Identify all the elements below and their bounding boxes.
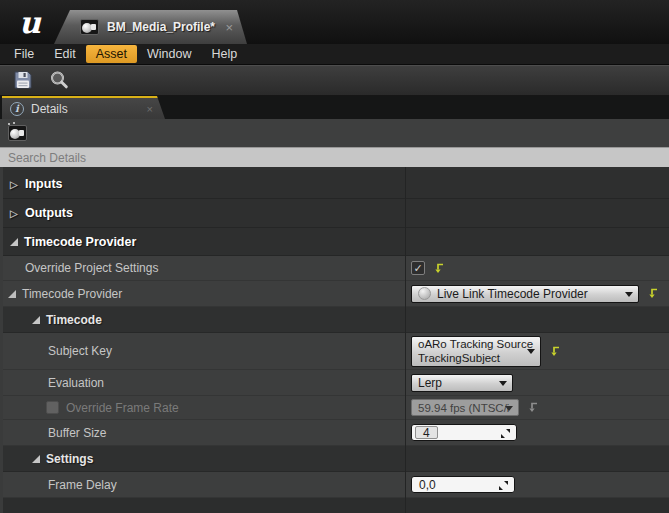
menu-file[interactable]: File bbox=[14, 44, 44, 64]
details-property-list: ▷ Inputs ▷ Outputs Timecode Provider Ove… bbox=[0, 167, 669, 513]
category-inputs-label: Inputs bbox=[25, 177, 63, 191]
subcategory-settings[interactable]: Settings bbox=[3, 446, 669, 472]
chevron-down-icon bbox=[505, 406, 513, 411]
menu-asset[interactable]: Asset bbox=[86, 45, 137, 63]
details-tab-close-icon[interactable]: × bbox=[147, 103, 153, 115]
row-frame-delay: Frame Delay 0,0 bbox=[3, 472, 669, 498]
media-profile-thumbnail-icon bbox=[8, 125, 27, 141]
reset-arrow-icon bbox=[549, 345, 561, 358]
row-evaluation: Evaluation Lerp bbox=[3, 370, 669, 396]
category-inputs[interactable]: ▷ Inputs bbox=[3, 170, 669, 199]
column-splitter[interactable] bbox=[405, 167, 406, 513]
asset-tab-title: BM_Media_Profile* bbox=[107, 20, 215, 34]
subject-key-dropdown[interactable]: oARo Tracking Source TrackingSubject bbox=[411, 336, 541, 367]
class-icon bbox=[418, 287, 431, 300]
chevron-expanded-icon[interactable] bbox=[32, 316, 40, 324]
magnifier-icon bbox=[48, 69, 70, 91]
frame-delay-label: Frame Delay bbox=[3, 478, 405, 492]
chevron-right-icon[interactable]: ▷ bbox=[10, 208, 19, 219]
search-bar bbox=[0, 147, 669, 167]
menu-help[interactable]: Help bbox=[201, 44, 247, 64]
buffer-size-value[interactable]: 4 bbox=[415, 426, 438, 439]
chevron-right-icon[interactable]: ▷ bbox=[10, 179, 19, 190]
timecode-provider-value: Live Link Timecode Provider bbox=[437, 287, 588, 301]
chevron-down-icon bbox=[527, 349, 535, 354]
menubar: File Edit Asset Window Help bbox=[0, 44, 669, 65]
search-details-input[interactable] bbox=[0, 147, 669, 167]
asset-tab-close-icon[interactable]: × bbox=[225, 21, 233, 34]
row-subject-key: Subject Key oARo Tracking Source Trackin… bbox=[3, 333, 669, 370]
reset-to-default-button[interactable] bbox=[647, 287, 659, 300]
chevron-expanded-icon[interactable] bbox=[8, 290, 16, 298]
toolbar bbox=[0, 65, 669, 96]
chevron-expanded-icon[interactable] bbox=[10, 238, 18, 246]
reset-to-default-button[interactable] bbox=[433, 262, 445, 275]
override-frame-rate-checkbox[interactable] bbox=[46, 401, 59, 414]
subcategory-settings-label: Settings bbox=[46, 452, 93, 466]
override-frame-rate-label: Override Frame Rate bbox=[66, 401, 179, 415]
row-timecode-provider: Timecode Provider Live Link Timecode Pro… bbox=[3, 281, 669, 307]
chevron-expanded-icon[interactable] bbox=[32, 455, 40, 463]
save-button[interactable] bbox=[10, 67, 36, 93]
frame-delay-spinbox[interactable]: 0,0 bbox=[411, 476, 515, 493]
subcategory-timecode[interactable]: Timecode bbox=[3, 307, 669, 333]
override-project-settings-checkbox[interactable]: ✓ bbox=[411, 261, 425, 275]
subject-key-subject: TrackingSubject bbox=[418, 351, 500, 365]
row-override-project-settings: Override Project Settings ✓ bbox=[3, 256, 669, 281]
subject-key-source: oARo Tracking Source bbox=[418, 337, 533, 351]
selected-asset-strip bbox=[0, 119, 669, 147]
panel-tab-row: i Details × bbox=[0, 96, 669, 119]
timecode-provider-dropdown[interactable]: Live Link Timecode Provider bbox=[411, 285, 639, 303]
subject-key-label: Subject Key bbox=[3, 344, 405, 358]
buffer-size-spinbox[interactable]: 4 bbox=[411, 424, 517, 441]
buffer-size-label: Buffer Size bbox=[3, 426, 405, 440]
drag-resize-icon[interactable] bbox=[498, 480, 509, 491]
unreal-engine-logo: u bbox=[8, 2, 52, 42]
timecode-provider-label-cell: Timecode Provider bbox=[3, 287, 405, 301]
evaluation-dropdown[interactable]: Lerp bbox=[411, 374, 513, 392]
frame-delay-value[interactable]: 0,0 bbox=[419, 478, 436, 492]
timecode-provider-label: Timecode Provider bbox=[22, 287, 122, 301]
row-buffer-size: Buffer Size 4 bbox=[3, 420, 669, 446]
reset-arrow-icon bbox=[647, 287, 659, 300]
override-project-settings-label: Override Project Settings bbox=[3, 261, 405, 275]
category-timecode-provider[interactable]: Timecode Provider bbox=[3, 228, 669, 256]
media-profile-icon bbox=[80, 19, 99, 35]
reset-arrow-icon bbox=[433, 262, 445, 275]
asset-tab-bm-media-profile[interactable]: BM_Media_Profile* × bbox=[54, 10, 247, 44]
evaluation-value: Lerp bbox=[418, 376, 442, 390]
row-override-frame-rate: Override Frame Rate 59.94 fps (NTSC/i bbox=[3, 396, 669, 420]
info-icon: i bbox=[10, 102, 24, 116]
menu-window[interactable]: Window bbox=[137, 44, 201, 64]
save-icon bbox=[12, 69, 34, 91]
tab-details[interactable]: i Details × bbox=[2, 96, 165, 119]
menu-edit[interactable]: Edit bbox=[44, 44, 86, 64]
subcategory-timecode-label: Timecode bbox=[46, 313, 102, 327]
category-outputs[interactable]: ▷ Outputs bbox=[3, 199, 669, 228]
category-outputs-label: Outputs bbox=[25, 206, 73, 220]
titlebar: u BM_Media_Profile* × bbox=[0, 0, 669, 44]
evaluation-label: Evaluation bbox=[3, 376, 405, 390]
category-timecode-provider-label: Timecode Provider bbox=[24, 235, 136, 249]
chevron-down-icon bbox=[499, 381, 507, 386]
details-tab-label: Details bbox=[31, 102, 68, 116]
reset-to-default-button[interactable] bbox=[549, 345, 561, 358]
browse-button[interactable] bbox=[46, 67, 72, 93]
frame-rate-dropdown: 59.94 fps (NTSC/i bbox=[411, 399, 519, 416]
chevron-down-icon bbox=[625, 292, 633, 297]
frame-rate-value: 59.94 fps (NTSC/i bbox=[418, 402, 509, 414]
empty-area bbox=[3, 498, 669, 513]
reset-arrow-icon bbox=[527, 401, 539, 414]
unreal-editor-window: u BM_Media_Profile* × File Edit Asset Wi… bbox=[0, 0, 669, 513]
reset-to-default-button-disabled bbox=[527, 401, 539, 414]
drag-resize-icon[interactable] bbox=[500, 428, 511, 439]
